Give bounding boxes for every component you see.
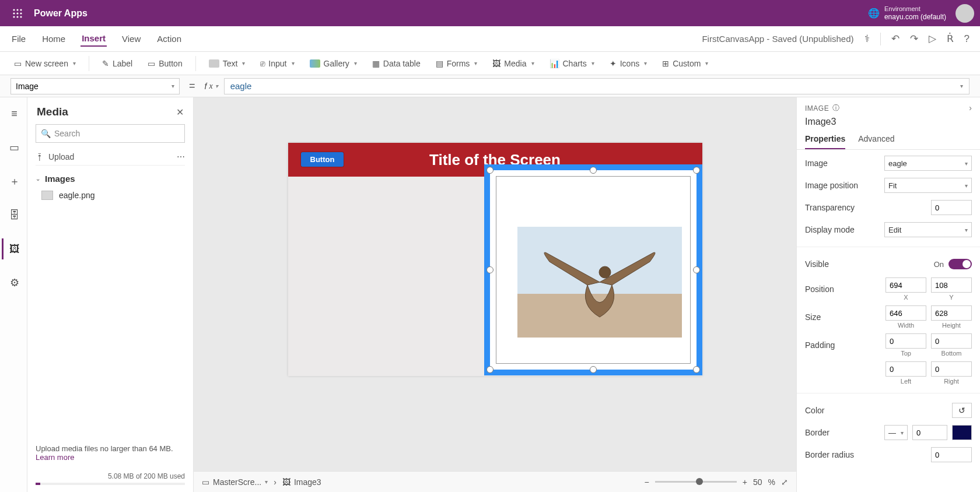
border-color-swatch[interactable] — [952, 425, 972, 440]
preview-icon[interactable]: ▷ — [929, 33, 936, 45]
prop-displaymode-label: Display mode — [805, 225, 855, 234]
menu-file[interactable]: File — [10, 31, 27, 46]
rail-data[interactable]: 🗄 — [2, 205, 25, 226]
insert-label-button[interactable]: ✎Label — [99, 57, 136, 71]
svg-point-6 — [13, 16, 15, 17]
tab-advanced[interactable]: Advanced — [858, 134, 894, 149]
share-icon[interactable]: Ṙ — [947, 33, 954, 45]
selected-image-control[interactable] — [484, 164, 702, 375]
label-icon: ✎ — [102, 59, 109, 68]
help-icon[interactable]: ? — [964, 33, 970, 45]
divider — [797, 247, 980, 247]
prop-transparency-label: Transparency — [805, 203, 855, 212]
breadcrumb-sep: › — [274, 477, 276, 487]
media-search-input[interactable]: 🔍 Search — [36, 124, 185, 143]
visible-toggle[interactable] — [949, 259, 972, 269]
resize-handle[interactable] — [487, 266, 494, 273]
redo-icon[interactable]: ↷ — [910, 33, 918, 45]
pad-top-input[interactable] — [886, 333, 926, 349]
prop-transparency-input[interactable] — [931, 200, 972, 215]
more-icon[interactable]: ⋯ — [177, 152, 185, 161]
menu-home[interactable]: Home — [41, 31, 66, 46]
insert-forms-dropdown[interactable]: ▤Forms▾ — [432, 57, 481, 71]
zoom-slider[interactable] — [655, 481, 737, 483]
env-label: Environment — [884, 5, 946, 13]
size-h-input[interactable] — [931, 305, 972, 321]
canvas-button-control[interactable]: Button — [301, 152, 344, 167]
svg-point-8 — [20, 16, 22, 17]
fx-button[interactable]: fx▾ — [205, 82, 218, 91]
tab-properties[interactable]: Properties — [805, 134, 845, 149]
zoom-out-button[interactable]: − — [645, 477, 649, 487]
menu-view[interactable]: View — [121, 31, 142, 46]
color-swatch[interactable]: ↺ — [952, 403, 972, 418]
learn-more-link[interactable]: Learn more — [36, 453, 74, 462]
insert-icons-dropdown[interactable]: ✦Icons▾ — [606, 57, 650, 71]
resize-handle[interactable] — [487, 366, 494, 373]
avatar[interactable] — [956, 4, 974, 23]
insert-text-dropdown[interactable]: Text▾ — [205, 57, 249, 71]
rail-tree-view[interactable]: ▭ — [2, 137, 25, 158]
insert-button-button[interactable]: ▭Button — [144, 57, 186, 71]
prop-imagepos-select[interactable]: Fit▾ — [884, 178, 972, 193]
chevron-down-icon: ⌄ — [36, 175, 40, 182]
rail-insert[interactable]: ＋ — [2, 171, 25, 192]
border-radius-input[interactable] — [931, 447, 972, 462]
prop-image-select[interactable]: eagle▾ — [884, 156, 972, 171]
insert-gallery-dropdown[interactable]: Gallery▾ — [306, 57, 360, 71]
rail-media[interactable]: 🖼 — [2, 238, 25, 259]
insert-input-dropdown[interactable]: ⎚Input▾ — [257, 57, 298, 71]
rail-advanced[interactable]: ⚙ — [2, 272, 25, 293]
svg-point-2 — [20, 9, 22, 10]
app-name: Power Apps — [34, 8, 88, 19]
formula-bar: Image ▾ = fx▾ eagle ▾ — [0, 75, 980, 97]
app-launcher-icon[interactable] — [6, 9, 29, 18]
input-icon: ⎚ — [260, 59, 265, 68]
insert-datatable-button[interactable]: ▦Data table — [369, 57, 424, 71]
storage-usage: 5.08 MB of 200 MB used — [108, 472, 185, 480]
property-selector[interactable]: Image ▾ — [10, 78, 180, 94]
pad-bottom-input[interactable] — [931, 333, 972, 349]
resize-handle[interactable] — [693, 366, 700, 373]
svg-point-5 — [20, 12, 22, 14]
resize-handle[interactable] — [693, 167, 700, 174]
upload-button[interactable]: ⭱ Upload — [36, 152, 74, 161]
resize-handle[interactable] — [487, 167, 494, 174]
insert-charts-dropdown[interactable]: 📊Charts▾ — [546, 57, 598, 71]
undo-icon[interactable]: ↶ — [891, 33, 900, 45]
border-width-input[interactable] — [912, 425, 947, 440]
property-pane: › IMAGEⓘ Image3 Properties Advanced Imag… — [796, 97, 980, 492]
border-style-select[interactable]: —▾ — [884, 425, 908, 440]
insert-ribbon: ▭New screen▾ ✎Label ▭Button Text▾ ⎚Input… — [0, 52, 980, 75]
size-w-input[interactable] — [886, 305, 926, 321]
breadcrumb-screen[interactable]: ▭ MasterScre... ▾ — [202, 477, 268, 487]
canvas-image-placeholder — [517, 227, 682, 338]
formula-input[interactable]: eagle ▾ — [224, 78, 970, 94]
pad-left-input[interactable] — [886, 361, 926, 377]
pos-x-input[interactable] — [886, 277, 926, 293]
menu-insert[interactable]: Insert — [80, 31, 107, 47]
info-icon[interactable]: ⓘ — [832, 103, 840, 113]
prop-displaymode-select[interactable]: Edit▾ — [884, 222, 972, 237]
close-icon[interactable]: ✕ — [176, 107, 184, 118]
breadcrumb-control[interactable]: 🖼 Image3 — [282, 477, 321, 487]
resize-handle[interactable] — [693, 266, 700, 273]
zoom-in-button[interactable]: + — [743, 477, 747, 487]
media-item[interactable]: eagle.png — [36, 187, 185, 203]
insert-media-dropdown[interactable]: 🖼Media▾ — [489, 57, 537, 71]
fit-screen-button[interactable]: ⤢ — [781, 477, 788, 487]
design-screen[interactable]: Button Title of the Screen — [288, 143, 702, 376]
collapse-pane-icon[interactable]: › — [969, 103, 972, 113]
insert-custom-dropdown[interactable]: ⊞Custom▾ — [659, 57, 712, 71]
svg-point-3 — [13, 12, 15, 14]
resize-handle[interactable] — [590, 366, 597, 373]
environment-selector[interactable]: 🌐 Environment enayu.com (default) — [868, 5, 946, 22]
new-screen-button[interactable]: ▭New screen▾ — [10, 57, 79, 71]
pos-y-input[interactable] — [931, 277, 972, 293]
menu-action[interactable]: Action — [156, 31, 183, 46]
resize-handle[interactable] — [590, 167, 597, 174]
rail-hamburger[interactable]: ≡ — [2, 103, 25, 124]
app-checker-icon[interactable]: ⚕ — [864, 33, 870, 45]
images-section-header[interactable]: ⌄ Images — [36, 174, 185, 184]
pad-right-input[interactable] — [931, 361, 972, 377]
